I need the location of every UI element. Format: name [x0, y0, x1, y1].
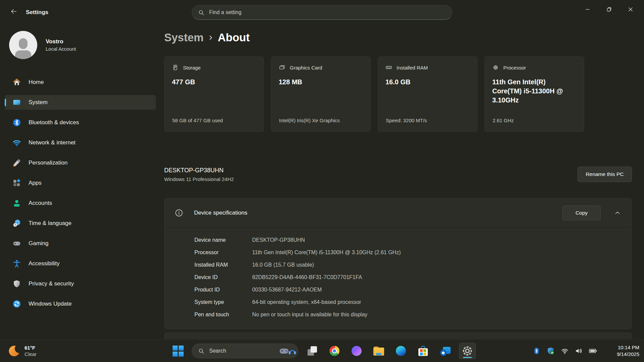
- system-icon: [12, 98, 21, 107]
- spec-value: 11th Gen Intel(R) Core(TM) i5-11300H @ 3…: [252, 250, 401, 256]
- find-setting-searchbox[interactable]: [192, 5, 452, 20]
- device-name-row: DESKTOP-GP38UHN Windows 11 Professional …: [164, 163, 632, 186]
- taskbar-app-icons: [304, 343, 476, 359]
- microsoft-store-icon: [418, 346, 428, 356]
- back-button[interactable]: [8, 6, 19, 16]
- back-arrow-icon: [10, 8, 17, 15]
- bluetooth-tray-icon[interactable]: [532, 347, 541, 355]
- window-controls: [577, 0, 641, 19]
- sidebar-item-bluetooth-devices[interactable]: Bluetooth & devices: [5, 115, 156, 130]
- weather-widget[interactable]: 61°F Clear: [5, 340, 39, 362]
- sidebar-item-accessibility[interactable]: Accessibility: [5, 256, 156, 271]
- sidebar-item-label: Personalization: [29, 160, 67, 166]
- card-value: 16.0 GB: [385, 78, 470, 87]
- card-label: Installed RAM: [397, 65, 428, 71]
- copilot-button[interactable]: [348, 343, 365, 359]
- card-label: Storage: [183, 65, 201, 71]
- storage-icon: [172, 64, 179, 71]
- security-shield-icon[interactable]: [546, 347, 555, 355]
- outlook-button[interactable]: [437, 343, 454, 359]
- sidebar-item-label: Network & internet: [29, 139, 76, 146]
- file-explorer-button[interactable]: [370, 343, 387, 359]
- edge-button[interactable]: [393, 343, 409, 359]
- sidebar-item-system[interactable]: System: [5, 95, 156, 110]
- update-icon: [12, 300, 21, 308]
- spec-row: Installed RAM 16.0 GB (15.7 GB usable): [194, 259, 632, 271]
- spec-value: 64-bit operating system, x64-based proce…: [252, 299, 361, 305]
- device-specifications-header[interactable]: Device specifications Copy: [165, 198, 632, 227]
- restore-button[interactable]: [598, 2, 620, 17]
- chrome-button[interactable]: [326, 343, 343, 359]
- sidebar-item-time-language[interactable]: Time & language: [5, 216, 156, 231]
- settings-button-active[interactable]: [459, 343, 476, 359]
- sidebar-item-personalization[interactable]: Personalization: [5, 155, 156, 170]
- spec-row: Product ID 00330-53687-94212-AAOEM: [194, 283, 632, 296]
- sidebar-item-network-internet[interactable]: Network & internet: [5, 135, 156, 150]
- account-type: Local Account: [46, 46, 76, 52]
- weather-temperature: 61°F: [25, 345, 37, 351]
- chevron-up-icon[interactable]: [613, 208, 622, 218]
- microsoft-store-button[interactable]: [415, 343, 431, 359]
- spec-row: Device name DESKTOP-GP38UHN: [194, 234, 632, 246]
- storage-card: Storage 477 GB 58 GB of 477 GB used: [164, 56, 264, 132]
- spec-value: 16.0 GB (15.7 GB usable): [252, 262, 314, 268]
- spec-row: System type 64-bit operating system, x64…: [194, 296, 632, 308]
- sidebar-item-label: Home: [29, 79, 44, 86]
- page-title: About: [218, 31, 249, 44]
- spec-row: Pen and touch No pen or touch input is a…: [194, 308, 632, 321]
- volume-icon[interactable]: [574, 347, 583, 355]
- clock-date: 9/14/2025: [617, 351, 639, 358]
- find-setting-input[interactable]: [209, 9, 446, 15]
- graphics-card: Graphics Card 128 MB Intel(R) Iris(R) Xe…: [271, 56, 371, 132]
- spec-label: Device name: [194, 237, 252, 243]
- main-content: System › About Storage 477 GB 58 GB of 4…: [164, 23, 632, 353]
- sidebar-item-apps[interactable]: Apps: [5, 176, 156, 190]
- account-block: Vostro Local Account: [9, 31, 76, 59]
- device-name: DESKTOP-GP38UHN: [164, 167, 234, 174]
- weather-condition: Clear: [25, 351, 37, 358]
- file-explorer-icon: [373, 347, 384, 356]
- restore-icon: [605, 6, 613, 13]
- app-title: Settings: [26, 9, 48, 16]
- info-icon: [175, 209, 183, 217]
- battery-icon[interactable]: [589, 347, 597, 355]
- installed-ram-card: Installed RAM 16.0 GB Speed: 3200 MT/s: [378, 56, 477, 132]
- sidebar-item-label: Windows Update: [29, 301, 72, 307]
- sidebar-item-gaming[interactable]: Gaming: [5, 236, 156, 251]
- sidebar-item-accounts[interactable]: Accounts: [5, 196, 156, 211]
- rename-pc-button[interactable]: Rename this PC: [578, 167, 632, 182]
- start-button[interactable]: [170, 343, 186, 359]
- gamepad-icon: [12, 239, 21, 248]
- graphics-card-icon: [279, 64, 285, 71]
- sidebar-item-label: Gaming: [29, 240, 49, 247]
- task-view-button[interactable]: [304, 343, 321, 359]
- sidebar-item-privacy-security[interactable]: Privacy & security: [5, 276, 156, 291]
- spec-label: System type: [194, 299, 252, 305]
- sidebar-item-label: Privacy & security: [29, 280, 74, 287]
- spec-label: Product ID: [194, 287, 252, 293]
- spec-label: Processor: [194, 250, 252, 256]
- close-icon: [627, 6, 634, 13]
- home-icon: [12, 78, 21, 87]
- account-name: Vostro: [46, 38, 76, 45]
- sidebar-item-home[interactable]: Home: [5, 75, 156, 90]
- search-icon: [198, 9, 204, 16]
- gear-icon: [462, 346, 473, 356]
- device-os-edition: Windows 11 Professional 24H2: [164, 176, 234, 182]
- taskbar-search[interactable]: Search: [192, 344, 298, 358]
- minimize-button[interactable]: [577, 2, 598, 17]
- copy-button[interactable]: Copy: [562, 206, 601, 220]
- card-value: 11th Gen Intel(R) Core(TM) i5-11300H @ 3…: [492, 78, 577, 105]
- wifi-tray-icon[interactable]: [560, 347, 569, 355]
- titlebar: Settings: [0, 0, 644, 23]
- breadcrumb-system[interactable]: System: [164, 31, 203, 44]
- clock-widget[interactable]: 10:14 PM 9/14/2025: [617, 340, 639, 362]
- task-view-icon: [307, 346, 317, 356]
- sidebar-item-windows-update[interactable]: Windows Update: [5, 297, 156, 311]
- close-button[interactable]: [620, 2, 641, 17]
- globe-clock-icon: [12, 219, 21, 228]
- shield-icon: [12, 279, 21, 288]
- device-specifications-list: Device name DESKTOP-GP38UHN Processor 11…: [165, 228, 632, 329]
- copilot-icon: [352, 346, 362, 356]
- device-specifications-section: Device specifications Copy Device name D…: [164, 198, 632, 329]
